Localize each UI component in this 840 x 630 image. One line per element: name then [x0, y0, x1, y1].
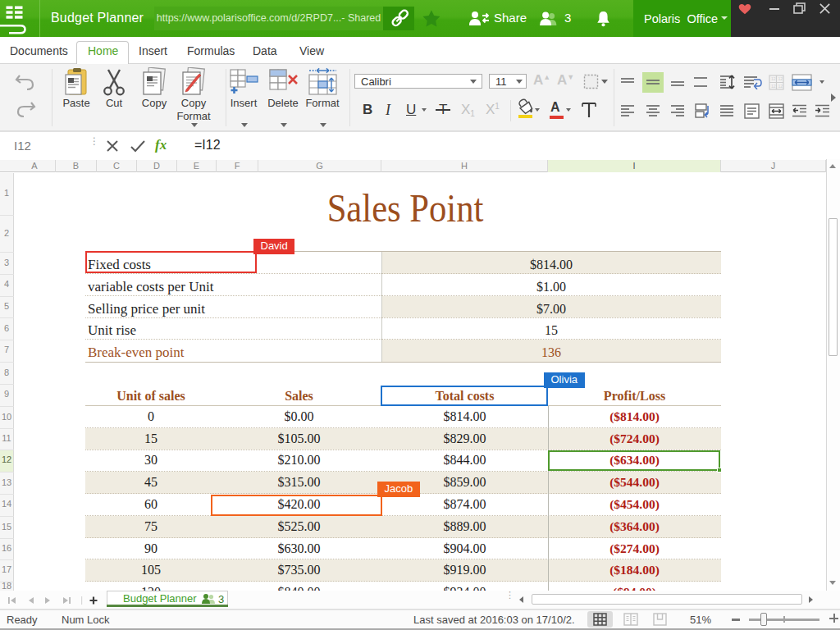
svg-text:12: 12 — [778, 84, 783, 89]
svg-text:12: 12 — [771, 84, 776, 89]
svg-text:12: 12 — [771, 76, 776, 81]
svg-text:12: 12 — [778, 76, 783, 81]
